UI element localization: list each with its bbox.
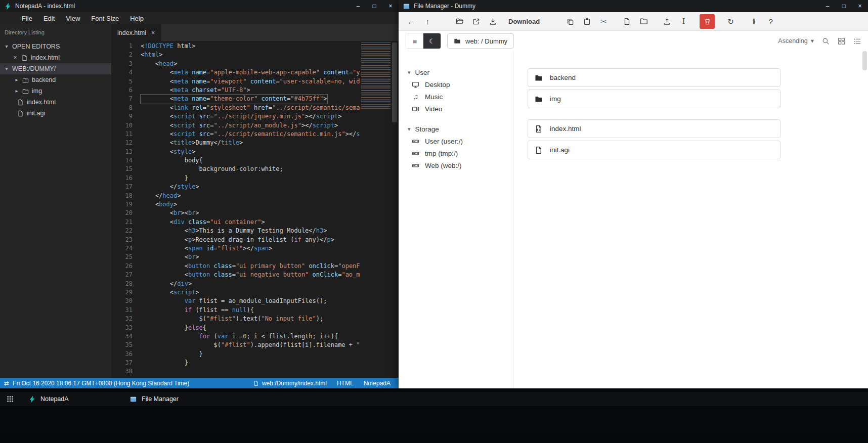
code-line[interactable]: 1<!DOCTYPE html>	[111, 42, 360, 51]
sidebar-item-video[interactable]: Video	[408, 103, 513, 115]
code-lines[interactable]: 1<!DOCTYPE html>2<html>3 <head>4 <meta n…	[111, 42, 360, 378]
code-line[interactable]: 27 <button class="ui negative button" on…	[111, 271, 360, 279]
close-button[interactable]: ×	[852, 0, 868, 12]
menu-item-edit[interactable]: Edit	[38, 12, 60, 24]
cut-button[interactable]: ✂	[596, 14, 611, 29]
code-editor[interactable]: 1<!DOCTYPE html>2<html>3 <head>4 <meta n…	[111, 41, 399, 378]
code-line[interactable]: 9 <script src="../script/jquery.min.js">…	[111, 112, 360, 121]
open-editors-header[interactable]: ▾ OPEN EDITORS	[0, 41, 111, 52]
code-text[interactable]: <button class="ui primary button" onclic…	[141, 262, 360, 271]
code-line[interactable]: 15 background-color:white;	[111, 165, 360, 173]
sidebar-item-tmp-drive[interactable]: tmp (tmp:/)	[408, 147, 513, 159]
code-text[interactable]: <title>Dummy</title>	[141, 139, 243, 147]
code-line[interactable]: 36 }	[111, 350, 360, 359]
code-line[interactable]: 17 </style>	[111, 183, 360, 191]
breadcrumb[interactable]: web: / Dummy	[447, 33, 514, 49]
minimap[interactable]	[361, 42, 390, 109]
code-line[interactable]: 29 <script>	[111, 288, 360, 297]
minimize-button[interactable]: –	[350, 0, 366, 12]
tree-item-img[interactable]: ▸ img	[0, 85, 111, 97]
code-line[interactable]: 18 </head>	[111, 192, 360, 200]
code-text[interactable]: <br><br>	[141, 209, 199, 217]
code-text[interactable]: <br>	[141, 253, 199, 261]
file-card-backend[interactable]: backend	[528, 68, 780, 87]
paste-button[interactable]	[580, 14, 594, 29]
code-line[interactable]: 13 <style>	[111, 148, 360, 156]
code-text[interactable]: }	[141, 350, 203, 359]
sidebar-item-music[interactable]: ♫ Music	[408, 91, 513, 103]
code-line[interactable]: 10 <script src="../script/ao_module.js">…	[111, 121, 360, 130]
back-button[interactable]: ←	[404, 14, 418, 29]
code-line[interactable]: 6 <meta charset="UTF-8">	[111, 86, 360, 95]
tree-item-init-agi[interactable]: init.agi	[0, 108, 111, 119]
code-line[interactable]: 31 if (flist == null){	[111, 306, 360, 315]
code-line[interactable]: 34 for (var i =0; i < flist.length; i++)…	[111, 332, 360, 341]
new-folder-button[interactable]	[636, 14, 651, 29]
code-text[interactable]: background-color:white;	[141, 165, 283, 173]
menu-item-view[interactable]: View	[60, 12, 85, 24]
code-text[interactable]: }	[141, 359, 188, 367]
code-line[interactable]: 11 <script src="../script/semantic/seman…	[111, 130, 360, 139]
code-line[interactable]: 28 </div>	[111, 280, 360, 288]
code-line[interactable]: 16 }	[111, 174, 360, 183]
sidebar-section-header-storage[interactable]: ▾ Storage	[408, 123, 513, 135]
code-text[interactable]: <!DOCTYPE html>	[141, 42, 195, 51]
open-button[interactable]	[452, 14, 467, 29]
code-text[interactable]: <p>Received drag-in filelist (if any)</p…	[141, 236, 334, 244]
code-text[interactable]: if (flist == null){	[141, 306, 254, 315]
fm-titlebar[interactable]: File Manager - Dummy – □ ×	[399, 0, 868, 12]
file-card-img[interactable]: img	[528, 90, 780, 108]
code-text[interactable]: }else{	[141, 324, 206, 332]
taskbar-item-file-manager[interactable]: File Manager	[120, 392, 222, 406]
code-text[interactable]: </head>	[141, 192, 181, 200]
code-text[interactable]: <button class="ui negative button" onCli…	[141, 271, 360, 279]
code-text[interactable]: <link rel="stylesheet" href="../script/s…	[141, 104, 360, 112]
code-line[interactable]: 8 <link rel="stylesheet" href="../script…	[111, 104, 360, 112]
workspace-root-item[interactable]: ▾ WEB:/DUMMY/	[0, 63, 111, 74]
code-line[interactable]: 14 body{	[111, 156, 360, 165]
dark-mode-button[interactable]: ☾	[423, 33, 441, 49]
code-line[interactable]: 24 <span id="flist"></span>	[111, 244, 360, 253]
code-line[interactable]: 37 }	[111, 359, 360, 367]
list-view-icon[interactable]	[853, 37, 861, 45]
open-in-new-window-button[interactable]	[469, 14, 484, 29]
search-icon[interactable]	[822, 37, 830, 45]
maximize-button[interactable]: □	[366, 0, 382, 12]
menu-item-file[interactable]: File	[16, 12, 38, 24]
code-line[interactable]: 5 <meta name="viewport" content="user-sc…	[111, 77, 360, 86]
open-editor-item[interactable]: × index.html	[0, 52, 111, 63]
upload-button[interactable]	[660, 14, 674, 29]
file-card-index-html[interactable]: index.html	[528, 119, 780, 138]
file-list-scrollbar-thumb[interactable]	[862, 51, 867, 70]
code-text[interactable]: for (var i =0; i < flist.length; i++){	[141, 332, 338, 341]
tree-item-backend[interactable]: ▸ backend	[0, 74, 111, 85]
code-text[interactable]: <head>	[141, 60, 177, 68]
code-line[interactable]: 19 <body>	[111, 200, 360, 209]
menu-toggle-button[interactable]: ≡	[406, 33, 423, 49]
code-line[interactable]: 30 var flist = ao_module_loadInputFiles(…	[111, 297, 360, 305]
code-text[interactable]: }	[141, 174, 188, 183]
taskbar-item-notepada[interactable]: NotepadA	[19, 392, 120, 406]
editor-scrollbar[interactable]	[392, 41, 398, 378]
code-line[interactable]: 2<html>	[111, 51, 360, 59]
code-text[interactable]: <meta name="viewport" content="user-scal…	[141, 77, 360, 86]
code-text[interactable]: body{	[141, 156, 203, 165]
apps-menu-button[interactable]	[1, 392, 19, 406]
code-text[interactable]: </div>	[141, 280, 192, 288]
download-button[interactable]: Download	[502, 14, 546, 29]
notepad-titlebar[interactable]: NotepadA - index.html – □ ×	[0, 0, 399, 12]
minimize-button[interactable]: –	[819, 0, 836, 12]
grid-view-icon[interactable]	[838, 37, 845, 45]
code-text[interactable]: <span id="flist"></span>	[141, 244, 272, 253]
code-line[interactable]: 32 $("#flist").text("No input file");	[111, 315, 360, 323]
new-file-button[interactable]	[620, 14, 634, 29]
maximize-button[interactable]: □	[836, 0, 852, 12]
code-line[interactable]: 22 <h3>This is a Dummy Testing Module</h…	[111, 227, 360, 235]
code-text[interactable]: $("#flist").append(flist[i].filename + "…	[141, 341, 360, 349]
code-text[interactable]: <style>	[141, 148, 195, 156]
code-text[interactable]: <body>	[141, 200, 177, 209]
code-text[interactable]: <script>	[141, 288, 199, 297]
scrollbar-thumb[interactable]	[392, 42, 397, 122]
code-line[interactable]: 33 }else{	[111, 324, 360, 332]
sidebar-item-user-drive[interactable]: User (user:/)	[408, 135, 513, 147]
